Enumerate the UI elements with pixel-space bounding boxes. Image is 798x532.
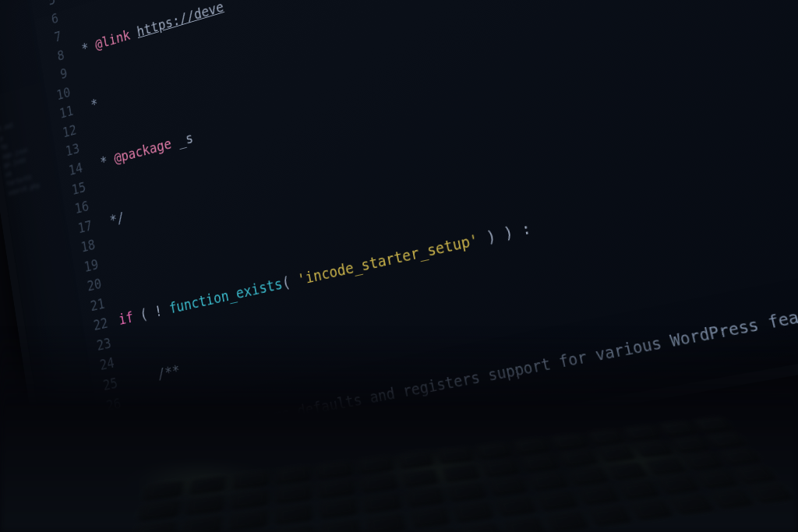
package-name: _s [177, 129, 194, 149]
doc-tag-package: @package [113, 136, 172, 167]
doc-url: https://deve [136, 0, 224, 40]
doc-tag-link: @link [94, 26, 132, 52]
doc-comment: * [65, 0, 80, 2]
doc-comment: * [83, 96, 99, 115]
doc-comment: * [92, 150, 115, 171]
doc-comment: * [73, 37, 96, 58]
doc-comment: */ [101, 209, 125, 230]
string-literal: 'incode_starter_setup' [296, 231, 480, 289]
function-call: function_exists [168, 275, 284, 316]
